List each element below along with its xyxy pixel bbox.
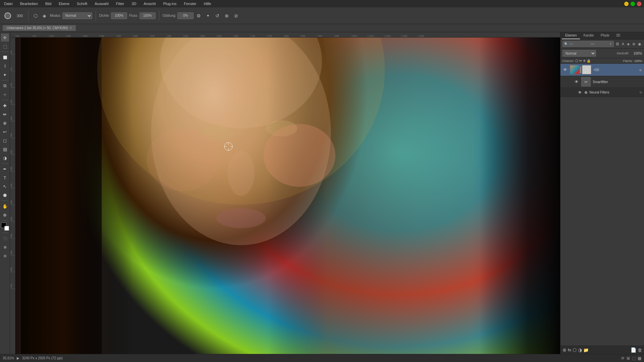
smartfilter-vis[interactable]: 👁 xyxy=(574,79,579,84)
brush-rotation-icon[interactable]: ⊕ xyxy=(223,12,230,19)
layer-sync-icon[interactable]: ⟳ xyxy=(621,356,625,361)
fill-row: Fixieren: ⬡ ✏ ✛ 🔒 Fläche: 100% xyxy=(560,58,644,64)
tab-3d[interactable]: 3D xyxy=(613,32,624,39)
tool-magic-wand[interactable]: ✦ xyxy=(1,71,9,79)
status-left: 35,61% ▶ 3240 Px x 2926 Px (72 ppi) xyxy=(3,356,63,360)
tool-dodge[interactable]: ◑ xyxy=(1,154,9,162)
tool-extra1[interactable]: ⊞ xyxy=(1,243,9,251)
close-button[interactable]: × xyxy=(637,2,641,6)
tab-kanaele[interactable]: Kanäle xyxy=(580,32,597,39)
layer-folder-icon[interactable]: 📁 xyxy=(583,348,589,353)
svg-point-15 xyxy=(147,128,218,191)
layer-icon-kind[interactable]: ⊞ xyxy=(615,42,620,46)
menu-datei[interactable]: Datei xyxy=(3,1,14,6)
blend-mode-select[interactable]: Normal Auflösen Abdunkeln Multiplizieren… xyxy=(562,50,596,57)
menubar: Datei Bearbeiten Bild Ebene Schrift Ausw… xyxy=(0,0,644,7)
menu-filter[interactable]: Filter xyxy=(115,1,125,6)
document-tab[interactable]: Unbenannt-1 bei 35,6% (+ 50, CMYK/8#) × xyxy=(3,25,76,31)
maximize-button[interactable]: □ xyxy=(631,2,635,6)
menu-fenster[interactable]: Fenster xyxy=(182,1,198,6)
tool-hand[interactable]: ✋ xyxy=(1,202,9,210)
menu-3d[interactable]: 3D xyxy=(130,1,138,6)
angle-icon[interactable]: ↺ xyxy=(214,12,221,19)
menu-bild[interactable]: Bild xyxy=(44,1,53,6)
view-options-icon[interactable]: ⬚ xyxy=(632,356,636,361)
tool-marquee[interactable]: ⬜ xyxy=(1,53,9,61)
tool-history-brush[interactable]: ↩ xyxy=(1,128,9,136)
tab-pfade[interactable]: Pfade xyxy=(597,32,613,39)
filter-dropdown-icon[interactable]: ▼ xyxy=(609,42,612,46)
canvas-options-icon[interactable]: ⊞ xyxy=(627,356,630,361)
modulus-select[interactable]: Normal Aufhellen Abdunkeln Multipliziere… xyxy=(62,12,92,19)
tool-3d-material[interactable]: ⬛ xyxy=(1,234,9,242)
menu-plugins[interactable]: Plug-ins xyxy=(162,1,178,6)
layer-options-icon[interactable]: ◉ xyxy=(639,68,642,72)
tool-extra2[interactable]: ⊟ xyxy=(1,252,9,260)
color-picker[interactable] xyxy=(1,223,9,231)
brush-type-icon[interactable]: ◈ xyxy=(41,12,48,19)
tab-close-button[interactable]: × xyxy=(70,26,72,30)
layer-search[interactable]: 🔍 Art ▼ xyxy=(562,41,614,47)
tool-clone[interactable]: ⊕ xyxy=(1,119,9,127)
menu-ansicht[interactable]: Ansicht xyxy=(142,1,157,6)
tool-healing[interactable]: ✚ xyxy=(1,102,9,110)
menu-schrift[interactable]: Schrift xyxy=(75,1,89,6)
document-size: 3240 Px x 2926 Px (72 ppi) xyxy=(22,356,63,360)
tool-pen[interactable]: ✒ xyxy=(1,165,9,173)
tool-eyedropper[interactable]: ⊹ xyxy=(1,90,9,99)
lock-all-icon[interactable]: 🔒 xyxy=(587,59,591,63)
layer-icon-fx[interactable]: A xyxy=(621,42,625,46)
layer-link-icon[interactable]: ⊕ xyxy=(562,347,567,353)
menu-ebene[interactable]: Ebene xyxy=(57,1,71,6)
tool-move[interactable]: ✛ xyxy=(1,34,9,42)
tab-ebenen[interactable]: Ebenen xyxy=(562,32,580,39)
layer-visibility-0[interactable]: 👁 xyxy=(562,67,568,72)
menu-hilfe[interactable]: Hilfe xyxy=(202,1,212,6)
layout-icon[interactable]: ▦ xyxy=(638,356,641,361)
menu-bearbeiten[interactable]: Bearbeiten xyxy=(19,1,39,6)
extra-icon[interactable]: ⊘ xyxy=(232,12,240,19)
tool-gradient[interactable]: ▤ xyxy=(1,145,9,153)
neural-filter-vis[interactable]: 👁 xyxy=(577,90,583,95)
tool-zoom[interactable]: ⊕ xyxy=(1,211,9,219)
tool-lasso[interactable]: ⌇ xyxy=(1,62,9,70)
tool-shape[interactable]: ⬟ xyxy=(1,191,9,199)
layer-controls-bottom: ⊕ fx ⬡ ◑ 📁 📄 🗑 xyxy=(560,346,644,354)
layer-icon-link[interactable]: ⊕ xyxy=(632,42,636,46)
symmetry-icon[interactable]: ✦ xyxy=(204,12,212,19)
menu-auswahl[interactable]: Auswahl xyxy=(93,1,110,6)
layer-adjustment-icon[interactable]: ◑ xyxy=(578,347,582,353)
modulus-group: Modus: Normal Aufhellen Abdunkeln Multip… xyxy=(50,12,92,19)
layer-item-0[interactable]: 👁 +50 ◉ xyxy=(560,64,644,76)
tool-brush[interactable]: ✏ xyxy=(1,110,9,118)
status-arrow[interactable]: ▶ xyxy=(17,356,19,360)
layer-new-icon[interactable]: 📄 xyxy=(631,347,636,353)
density-input[interactable] xyxy=(111,12,127,19)
smoothing-options-icon[interactable]: ⚙ xyxy=(195,12,202,19)
document-tabbar: Unbenannt-1 bei 35,6% (+ 50, CMYK/8#) × xyxy=(0,24,644,32)
tool-path-selection[interactable]: ↖ xyxy=(1,182,9,190)
lock-transparent-icon[interactable]: ⬡ xyxy=(575,59,578,63)
smoothing-input[interactable] xyxy=(177,12,194,19)
tool-text[interactable]: T xyxy=(1,174,9,182)
layer-icon-color[interactable]: ◉ xyxy=(637,42,642,46)
canvas-container[interactable]: 00 50 100 150 200 250 300 350 400 450 50… xyxy=(10,38,560,354)
layer-icon-pixel[interactable]: ◈ xyxy=(626,42,630,46)
brush-options-icon[interactable]: ⬡ xyxy=(32,12,39,19)
layer-mask-icon[interactable]: ⬡ xyxy=(573,347,577,353)
tool-eraser[interactable]: ◻ xyxy=(1,136,9,144)
minimize-button[interactable]: − xyxy=(624,2,629,6)
lock-paint-icon[interactable]: ✏ xyxy=(579,59,582,63)
layer-delete-icon[interactable]: 🗑 xyxy=(638,348,642,353)
tool-artboard[interactable]: ⬚ xyxy=(1,42,9,50)
flux-input[interactable] xyxy=(140,12,156,19)
layer-fx-icon[interactable]: fx xyxy=(568,348,571,352)
photo-canvas[interactable] xyxy=(15,38,560,354)
toolbar-options: ⬡ ◈ xyxy=(32,12,48,19)
neural-filter-item[interactable]: 👁 Neural Filters fx xyxy=(560,88,644,97)
lock-position-icon[interactable]: ✛ xyxy=(583,59,586,63)
smartfilter-group[interactable]: 👁 SF Smartfilter xyxy=(560,76,644,88)
layer-search-input[interactable] xyxy=(569,42,589,46)
neural-filter-info: Neural Filters xyxy=(589,90,638,94)
tool-crop[interactable]: ⧉ xyxy=(1,82,9,90)
